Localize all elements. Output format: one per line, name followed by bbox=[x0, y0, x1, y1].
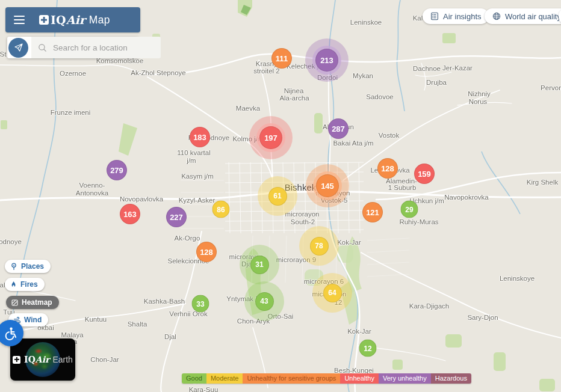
search-icon bbox=[37, 43, 48, 53]
iqair-map-app: StKomsomolskoeOzernoeAk-Zhol StepnoyeFru… bbox=[0, 0, 561, 392]
aqi-marker-value: 279 bbox=[107, 160, 127, 180]
list-icon bbox=[430, 11, 439, 21]
aqi-marker[interactable]: 183 bbox=[190, 127, 210, 147]
aqi-marker[interactable]: 145 bbox=[306, 164, 349, 207]
aqi-marker-value: 213 bbox=[315, 49, 338, 72]
brand-product: Map bbox=[89, 14, 110, 26]
brand-air: Air bbox=[66, 13, 85, 26]
aqi-marker-value: 121 bbox=[362, 202, 383, 222]
aqi-legend: GoodModerateUnhealthy for sensitive grou… bbox=[182, 373, 471, 384]
search-field bbox=[31, 37, 161, 58]
globe-icon bbox=[492, 11, 501, 21]
aqi-marker[interactable]: 29 bbox=[401, 201, 418, 218]
legend-item: Unhealthy for sensitive groups bbox=[243, 373, 340, 384]
aqi-marker-value: 12 bbox=[359, 340, 377, 357]
aqi-marker[interactable]: 159 bbox=[414, 164, 435, 184]
world-air-quality-label: World air quality bbox=[505, 12, 561, 21]
aqi-marker-value: 163 bbox=[120, 204, 140, 224]
aqi-marker[interactable]: 61 bbox=[258, 176, 297, 216]
aqi-marker-value: 227 bbox=[166, 207, 187, 227]
legend-item: Very unhealthy bbox=[379, 373, 431, 384]
aqi-marker[interactable]: 111 bbox=[271, 48, 292, 69]
aqi-marker[interactable]: 64 bbox=[312, 273, 352, 313]
legend-item: Moderate bbox=[206, 373, 243, 384]
search-input[interactable] bbox=[52, 43, 161, 53]
air-insights-label: Air insights bbox=[443, 12, 482, 21]
earth-label: IQ Air Earth bbox=[10, 338, 75, 381]
aqi-marker-value: 86 bbox=[212, 201, 230, 218]
fires-label: Fires bbox=[20, 280, 38, 289]
aqi-marker[interactable]: 197 bbox=[249, 116, 293, 159]
legend-item: Hazardous bbox=[431, 373, 471, 384]
earth-preview-button[interactable]: IQ Air Earth bbox=[10, 338, 75, 381]
aqi-marker[interactable]: 227 bbox=[166, 207, 187, 227]
aqi-marker-value: 145 bbox=[316, 174, 339, 197]
air-insights-button[interactable]: Air insights bbox=[423, 8, 489, 24]
heatmap-label: Heatmap bbox=[22, 298, 52, 307]
aqi-marker-value: 33 bbox=[192, 295, 209, 313]
aqi-marker[interactable]: 31 bbox=[240, 245, 279, 284]
places-label: Places bbox=[21, 262, 44, 271]
aqi-marker-value: 128 bbox=[196, 242, 217, 262]
aqi-marker[interactable]: 43 bbox=[244, 281, 284, 321]
legend-item: Unhealthy bbox=[340, 373, 379, 384]
earth-brand-air: Air bbox=[36, 355, 50, 364]
aqi-marker[interactable]: 213 bbox=[305, 38, 349, 82]
heatmap-button[interactable]: Heatmap bbox=[6, 296, 59, 309]
legend-item: Good bbox=[182, 373, 206, 384]
aqi-marker[interactable]: 287 bbox=[328, 118, 349, 139]
aqi-marker-value: 287 bbox=[328, 118, 349, 139]
earth-brand-iq: IQ bbox=[24, 355, 36, 364]
brand-iq: IQ bbox=[51, 13, 66, 26]
aqi-marker-value: 111 bbox=[271, 48, 292, 69]
heatmap-icon bbox=[11, 299, 19, 307]
aqi-marker-value: 61 bbox=[268, 187, 287, 206]
aqi-marker[interactable]: 78 bbox=[299, 226, 339, 266]
aqi-marker-value: 128 bbox=[377, 158, 398, 179]
wind-label: Wind bbox=[24, 316, 42, 324]
aqi-marker-value: 29 bbox=[401, 201, 418, 218]
map-pin-icon bbox=[10, 262, 18, 271]
aqi-marker-value: 183 bbox=[190, 127, 210, 147]
menu-button[interactable] bbox=[14, 16, 25, 24]
aqi-marker-value: 159 bbox=[414, 164, 435, 184]
locate-button[interactable] bbox=[8, 38, 28, 58]
search-panel bbox=[7, 37, 139, 58]
aqi-marker-value: 197 bbox=[259, 126, 282, 149]
aqi-marker-value: 78 bbox=[310, 237, 329, 256]
aqi-marker[interactable]: 128 bbox=[377, 158, 398, 179]
aqi-marker-value: 64 bbox=[323, 284, 342, 302]
iqair-map-logo[interactable]: IQ Air Map bbox=[39, 13, 110, 26]
wheelchair-icon bbox=[3, 326, 18, 341]
iqair-plus-logo-icon bbox=[13, 356, 20, 364]
aqi-marker[interactable]: 279 bbox=[107, 160, 127, 180]
map-markers: 1112131831972872791281591456186163227121… bbox=[0, 0, 561, 392]
aqi-marker[interactable]: 163 bbox=[120, 204, 140, 224]
aqi-marker[interactable]: 128 bbox=[196, 242, 217, 262]
aqi-marker-value: 43 bbox=[255, 292, 274, 311]
aqi-marker-value: 31 bbox=[250, 256, 269, 274]
fires-button[interactable]: Fires bbox=[5, 278, 45, 291]
aqi-marker[interactable]: 121 bbox=[362, 202, 383, 222]
iqair-plus-logo-icon bbox=[39, 15, 49, 25]
flame-icon bbox=[10, 281, 17, 289]
aqi-marker[interactable]: 33 bbox=[192, 295, 209, 313]
app-header: IQ Air Map bbox=[5, 7, 140, 32]
places-button[interactable]: Places bbox=[5, 260, 51, 273]
world-air-quality-button[interactable]: World air quality bbox=[485, 8, 561, 24]
send-location-icon bbox=[14, 43, 23, 52]
earth-product-label: Earth bbox=[52, 355, 72, 364]
aqi-marker[interactable]: 86 bbox=[212, 201, 230, 218]
aqi-marker[interactable]: 12 bbox=[359, 340, 377, 357]
